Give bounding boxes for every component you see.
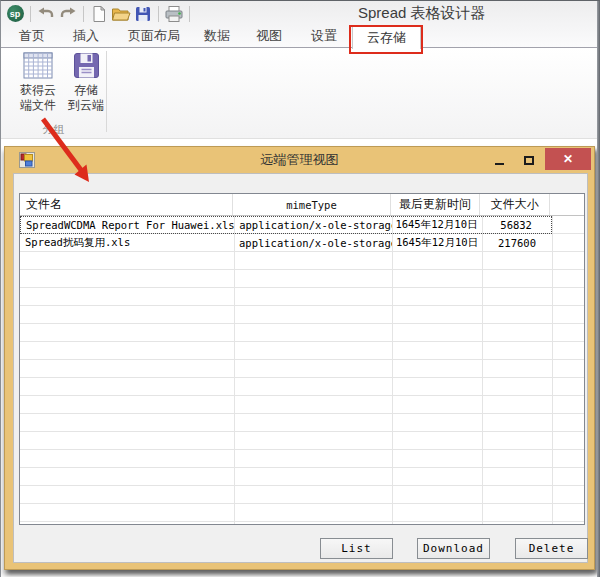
minimize-button[interactable] (486, 150, 512, 170)
ribbon-panel: 获得云 端文件 存储 到云端 分组 (1, 48, 600, 139)
table-row[interactable]: SpreadWCDMA Report For Huawei.xls applic… (20, 216, 552, 234)
application-window: Spread 表格设计器 sp (0, 0, 600, 577)
tab-data[interactable]: 数据 (204, 27, 230, 47)
list-button[interactable]: List (320, 538, 393, 559)
file-list-table: 文件名 mimeType 最后更新时间 文件大小 SpreadWCDMA Rep… (19, 193, 585, 525)
cell-filename: Spread扰码复用.xls (20, 234, 234, 252)
cell-filesize: 217600 (482, 234, 552, 252)
column-header-filesize[interactable]: 文件大小 (480, 194, 550, 215)
column-header-filler (550, 194, 584, 215)
toolbar-separator (158, 6, 159, 22)
tab-settings[interactable]: 设置 (311, 27, 337, 47)
ribbon-button-label: 存储 到云端 (68, 83, 104, 113)
grid-vline (482, 216, 483, 524)
quick-access-toolbar: sp (4, 3, 194, 24)
dialog-titlebar[interactable]: 远端管理视图 ✕ (5, 147, 594, 173)
get-cloud-file-button[interactable]: 获得云 端文件 (14, 52, 62, 122)
grid-vline (392, 216, 393, 524)
table-row[interactable]: Spread扰码复用.xls application/x-ole-storage… (20, 234, 552, 252)
cell-mimetype: application/x-ole-storage (234, 217, 391, 233)
download-button[interactable]: Download (417, 538, 490, 559)
toolbar-separator (83, 6, 84, 22)
open-folder-icon[interactable] (110, 4, 132, 24)
grid-vline (234, 216, 235, 524)
toolbar-separator (189, 6, 190, 22)
tab-page-layout[interactable]: 页面布局 (128, 27, 180, 47)
close-icon: ✕ (563, 152, 573, 166)
tab-insert[interactable]: 插入 (73, 27, 99, 47)
column-header-last-updated[interactable]: 最后更新时间 (391, 194, 481, 215)
grid-vline (552, 216, 553, 524)
tab-view[interactable]: 视图 (256, 27, 282, 47)
toolbar-separator (30, 6, 31, 22)
cell-last-updated: 1645年12月10日 (392, 234, 482, 252)
ribbon-button-label: 获得云 端文件 (20, 83, 56, 113)
table-body: SpreadWCDMA Report For Huawei.xls applic… (20, 216, 584, 524)
minimize-icon (495, 163, 504, 165)
table-header-row: 文件名 mimeType 最后更新时间 文件大小 (20, 194, 584, 216)
tab-cloud-storage[interactable]: 云存储 (352, 26, 421, 49)
close-button[interactable]: ✕ (545, 148, 591, 170)
tab-strip-baseline (1, 47, 600, 48)
save-to-cloud-button[interactable]: 存储 到云端 (62, 52, 110, 122)
spreadsheet-grid-icon (23, 52, 53, 79)
maximize-icon (524, 156, 534, 165)
app-title: Spread 表格设计器 (358, 4, 486, 23)
cell-last-updated: 1645年12月10日 (392, 217, 482, 233)
new-document-icon[interactable] (88, 4, 110, 24)
maximize-button[interactable] (516, 150, 542, 170)
save-icon[interactable] (132, 4, 154, 24)
cell-filename: SpreadWCDMA Report For Huawei.xls (21, 217, 234, 233)
remote-management-dialog: 远端管理视图 ✕ 文件名 mimeType 最后更新时间 文件大小 (4, 146, 595, 570)
cell-filesize: 56832 (481, 217, 551, 233)
ribbon-group-label: 分组 (1, 122, 106, 137)
delete-button[interactable]: Delete (515, 538, 588, 559)
ribbon-group-divider (106, 51, 107, 132)
tab-home[interactable]: 首页 (19, 27, 45, 47)
column-header-filename[interactable]: 文件名 (20, 194, 233, 215)
print-icon[interactable] (163, 4, 185, 24)
column-header-mimetype[interactable]: mimeType (233, 194, 390, 215)
redo-icon[interactable] (57, 4, 79, 24)
app-logo-icon[interactable]: sp (4, 4, 26, 24)
undo-icon[interactable] (35, 4, 57, 24)
floppy-disk-icon (73, 52, 100, 79)
cell-mimetype: application/x-ole-storage (234, 234, 392, 252)
